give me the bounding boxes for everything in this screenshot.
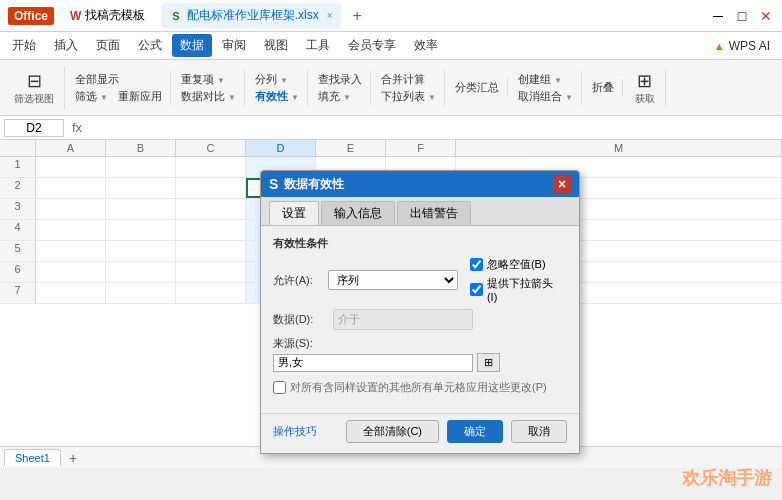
formula-input[interactable] [90,121,778,135]
cancel-button[interactable]: 取消 [511,420,567,443]
filter-all-btn[interactable]: 全部显示 [71,71,123,88]
cell-reference[interactable] [4,119,64,137]
data-ribbon: ⊟ 筛选视图 全部显示 筛选 ▼ 重新应用 重复项 ▼ 数据对比 ▼ 分列 ▼ … [0,60,782,116]
get-icon: ⊞ [637,70,652,92]
apply-all-checkbox[interactable] [273,381,286,394]
clear-all-button[interactable]: 全部清除(C) [346,420,439,443]
subtotal-btn[interactable]: 分类汇总 [451,79,503,96]
source-select-button[interactable]: ⊞ [477,353,500,372]
source-btn-icon: ⊞ [484,356,493,368]
ignore-blank-checkbox-row: 忽略空值(B) [470,257,555,272]
watermark: 欢乐淘手游 [682,466,772,490]
fill-btn[interactable]: 填充 ▼ [314,88,355,105]
source-label: 来源(S): [273,336,567,351]
dialog-tab-settings[interactable]: 设置 [269,201,319,225]
split-col-btn[interactable]: 分列 ▼ [251,71,292,88]
tab-wps-label: 找稿壳模板 [85,7,145,24]
dialog-close-button[interactable]: × [553,175,571,193]
fx-icon: fx [68,120,86,135]
tab-xlsx[interactable]: S 配电标准作业库框架.xlsx × [161,3,340,28]
ungroup-btn[interactable]: 取消组合 ▼ [514,88,577,105]
fold-group: 折叠 [584,79,623,96]
sheet-tab-sheet1[interactable]: Sheet1 [4,449,61,466]
minimize-button[interactable]: ─ [710,8,726,24]
allow-select[interactable]: 序列 任何值 整数 小数 日期 时间 [328,270,458,290]
close-button[interactable]: ✕ [758,8,774,24]
filter-btn[interactable]: 筛选 ▼ [71,88,112,105]
dialog-title-icon: S [269,176,278,192]
fill-group: 查找录入 填充 ▼ [310,71,371,105]
xlsx-icon: S [169,9,182,23]
ignore-blank-checkbox[interactable] [470,258,483,271]
allow-row: 允许(A): 序列 任何值 整数 小数 日期 时间 忽略空值(B) [273,257,567,303]
filter-view-btn[interactable]: ⊟ 筛选视图 [8,68,60,108]
menu-efficiency[interactable]: 效率 [406,34,446,57]
dialog-tab-input-info[interactable]: 输入信息 [321,201,395,225]
add-sheet-button[interactable]: + [63,450,83,466]
compare-btn[interactable]: 数据对比 ▼ [177,88,240,105]
menu-review[interactable]: 审阅 [214,34,254,57]
menubar: 开始 插入 页面 公式 数据 审阅 视图 工具 会员专享 效率 ▲ WPS AI [0,32,782,60]
ok-button[interactable]: 确定 [447,420,503,443]
apply-all-label: 对所有含同样设置的其他所有单元格应用这些更改(P) [290,380,547,395]
ignore-blank-label: 忽略空值(B) [487,257,546,272]
ai-label: WPS AI [729,39,770,53]
menu-formula[interactable]: 公式 [130,34,170,57]
menu-tools[interactable]: 工具 [298,34,338,57]
allow-label: 允许(A): [273,273,328,288]
filter-view-label: 筛选视图 [14,92,54,106]
menu-insert[interactable]: 插入 [46,34,86,57]
source-input-row: ⊞ [273,353,567,372]
get-btn[interactable]: ⊞ 获取 [631,69,659,107]
find-enter-btn[interactable]: 查找录入 [314,71,366,88]
maximize-button[interactable]: □ [734,8,750,24]
dedup-btn[interactable]: 重复项 ▼ [177,71,229,88]
dialog-tab-error-alert[interactable]: 出错警告 [397,201,471,225]
apply-checkbox-row: 对所有含同样设置的其他所有单元格应用这些更改(P) [273,380,567,395]
source-row: 来源(S): ⊞ [273,336,567,372]
get-label: 获取 [635,92,655,106]
merge-group: 合并计算 下拉列表 ▼ [373,71,445,105]
fold-btn[interactable]: 折叠 [588,79,618,96]
menu-vip[interactable]: 会员专享 [340,34,404,57]
validity-btn[interactable]: 有效性 ▼ [251,88,303,105]
menu-page[interactable]: 页面 [88,34,128,57]
split-group: 分列 ▼ 有效性 ▼ [247,71,308,105]
filter-view-group: ⊟ 筛选视图 [4,66,65,110]
sheet-area: A B C D E F M 1 2 [0,140,782,446]
dialog-titlebar: S 数据有效性 × [261,171,579,197]
dialog-body: 有效性条件 允许(A): 序列 任何值 整数 小数 日期 时间 [261,226,579,409]
ai-logo-icon: ▲ [714,40,725,52]
menu-view[interactable]: 视图 [256,34,296,57]
tab-wps[interactable]: W 找稿壳模板 [62,3,153,28]
tab-xlsx-label: 配电标准作业库框架.xlsx [187,7,319,24]
validity-condition-title: 有效性条件 [273,236,567,251]
filter-view-icon: ⊟ [27,70,42,92]
data-validity-dialog: S 数据有效性 × 设置 输入信息 出错警告 有效性条件 允许(A): 序列 任… [260,170,580,454]
merge-calc-btn[interactable]: 合并计算 [377,71,429,88]
tab-close-icon[interactable]: × [327,10,333,21]
dropdown-arrow-checkbox[interactable] [470,283,483,296]
dialog-tabs: 设置 输入信息 出错警告 [261,197,579,226]
create-group-btn[interactable]: 创建组 ▼ [514,71,566,88]
menu-ai[interactable]: ▲ WPS AI [706,36,778,56]
office-logo[interactable]: Office [8,7,54,25]
reapply-btn[interactable]: 重新应用 [114,88,166,105]
menu-start[interactable]: 开始 [4,34,44,57]
apply-row: 对所有含同样设置的其他所有单元格应用这些更改(P) [273,380,567,395]
menu-data[interactable]: 数据 [172,34,212,57]
data-label: 数据(D): [273,312,333,327]
subtotal-group: 分类汇总 [447,79,508,96]
get-group: ⊞ 获取 [625,69,666,107]
filter-group: 全部显示 筛选 ▼ 重新应用 [67,71,171,105]
group-action-group: 创建组 ▼ 取消组合 ▼ [510,71,582,105]
formulabar: fx [0,116,782,140]
add-tab-button[interactable]: + [353,7,362,25]
tips-link[interactable]: 操作技巧 [273,424,317,439]
dropdown-list-btn[interactable]: 下拉列表 ▼ [377,88,440,105]
dropdown-arrow-checkbox-row: 提供下拉箭头(I) [470,276,555,303]
titlebar: Office W 找稿壳模板 S 配电标准作业库框架.xlsx × + ─ □ … [0,0,782,32]
dropdown-arrow-label: 提供下拉箭头(I) [487,276,555,303]
wps-icon: W [70,9,81,23]
source-input[interactable] [273,354,473,372]
